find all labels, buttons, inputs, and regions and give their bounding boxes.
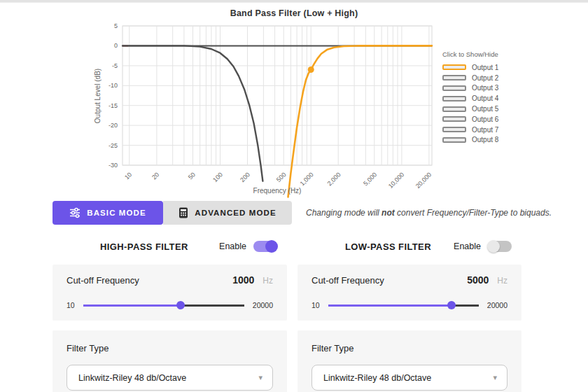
slider-thumb[interactable]: [447, 301, 456, 309]
x-tick-label: 20: [150, 171, 160, 181]
low-pass-enable-toggle[interactable]: [488, 241, 512, 252]
legend-swatch: [442, 75, 466, 80]
basic-mode-label: BASIC MODE: [87, 209, 146, 217]
hp-filter-type-value: Linkwitz-Riley 48 db/Octave: [78, 373, 186, 383]
x-tick-label: 500: [275, 171, 288, 183]
x-tick-label: 10: [123, 171, 133, 181]
hp-cutoff-label: Cut-off Frequency: [66, 275, 139, 286]
lp-cutoff-unit: Hz: [497, 276, 507, 286]
legend-item-output-6[interactable]: Output 6: [442, 114, 498, 125]
legend-item-label: Output 7: [472, 126, 498, 134]
legend-item-label: Output 8: [472, 136, 498, 144]
y-tick-label: -10: [108, 82, 118, 89]
legend-item-label: Output 5: [472, 105, 498, 113]
legend-item-output-1[interactable]: Output 1: [442, 62, 498, 73]
high-pass-enable-label: Enable: [219, 241, 246, 251]
legend-swatch: [442, 64, 466, 70]
hp-filter-type-label: Filter Type: [66, 343, 273, 354]
toggle-knob: [487, 240, 500, 253]
low-pass-filter-type-card: Filter Type Linkwitz-Riley 48 db/Octave …: [298, 330, 522, 392]
legend-item-output-5[interactable]: Output 5: [442, 104, 498, 114]
x-axis-title: Frequency (Hz): [253, 187, 302, 195]
high-pass-filter-type-card: Filter Type Linkwitz-Riley 48 db/Octave …: [52, 330, 287, 392]
hp-slider-max: 20000: [253, 301, 273, 309]
high-pass-title: HIGH-PASS FILTER: [100, 241, 188, 252]
legend-title: Click to Show/Hide: [442, 50, 498, 58]
y-tick-label: 0: [114, 42, 118, 49]
lp-slider-min: 10: [312, 301, 320, 309]
advanced-mode-label: ADVANCED MODE: [195, 209, 276, 217]
low-pass-header: LOW-PASS FILTER Enable: [298, 239, 522, 253]
chevron-down-icon: ▾: [493, 373, 497, 382]
lp-cutoff-value: 5000: [467, 274, 489, 286]
legend-swatch: [442, 116, 466, 122]
lp-filter-type-label: Filter Type: [312, 343, 507, 354]
x-tick-label: 100: [211, 171, 224, 183]
lp-cutoff-label: Cut-off Frequency: [312, 275, 384, 286]
x-tick-label: 10,000: [387, 171, 406, 190]
chevron-down-icon: ▾: [258, 373, 262, 382]
mode-toggle-bar: BASIC MODE ADVANCED MODE Changing mode w…: [52, 201, 588, 225]
y-tick-label: 5: [114, 22, 118, 29]
legend-item-label: Output 2: [472, 74, 498, 82]
legend-swatch: [442, 96, 466, 102]
y-tick-label: -25: [108, 142, 118, 149]
basic-mode-button[interactable]: BASIC MODE: [52, 201, 163, 225]
legend-item-output-2[interactable]: Output 2: [442, 73, 498, 83]
legend-swatch: [442, 85, 466, 91]
x-tick-label: 2,000: [326, 171, 342, 187]
hp-slider-min: 10: [66, 301, 75, 309]
chart-canvas[interactable]: 1020501002005001,0002,0005,00010,00020,0…: [0, 3, 588, 201]
y-tick-label: -20: [108, 122, 118, 129]
cutoff-row: Cut-off Frequency 1000 Hz 10 20000 Cut-o…: [52, 265, 588, 321]
slider-thumb[interactable]: [176, 301, 185, 309]
high-pass-header: HIGH-PASS FILTER Enable: [52, 239, 287, 253]
low-pass-enable-label: Enable: [454, 241, 481, 251]
legend-swatch: [442, 127, 466, 132]
calculator-icon: [178, 207, 188, 218]
hp-filter-type-dropdown[interactable]: Linkwitz-Riley 48 db/Octave ▾: [66, 365, 273, 391]
high-pass-cutoff-card: Cut-off Frequency 1000 Hz 10 20000: [52, 265, 287, 321]
y-tick-label: -5: [112, 62, 118, 69]
lp-cutoff-slider[interactable]: [328, 301, 479, 309]
legend-item-output-8[interactable]: Output 8: [442, 135, 498, 146]
advanced-mode-button[interactable]: ADVANCED MODE: [163, 201, 292, 225]
lp-filter-type-value: Linkwitz-Riley 48 db/Octave: [323, 373, 431, 383]
legend-item-output-4[interactable]: Output 4: [442, 93, 498, 104]
y-tick-label: -30: [108, 162, 118, 169]
lp-slider-max: 20000: [487, 301, 507, 309]
toggle-knob: [265, 240, 278, 253]
slider-fill: [83, 304, 181, 307]
x-tick-label: 5,000: [362, 171, 378, 187]
x-tick-label: 1,000: [299, 171, 315, 187]
legend-item-label: Output 3: [472, 84, 498, 92]
y-tick-label: -15: [108, 102, 118, 109]
legend-item-label: Output 1: [472, 64, 498, 71]
chart-section: Band Pass Filter (Low + High) 1020501002…: [0, 3, 588, 201]
x-tick-label: 20,000: [414, 171, 433, 190]
plot-border: [122, 26, 432, 165]
lp-filter-type-dropdown[interactable]: Linkwitz-Riley 48 db/Octave ▾: [312, 365, 507, 391]
legend-swatch: [442, 137, 466, 143]
high-pass-enable-toggle[interactable]: [253, 241, 277, 252]
filter-type-row: Filter Type Linkwitz-Riley 48 db/Octave …: [52, 330, 588, 392]
filter-headers-row: HIGH-PASS FILTER Enable LOW-PASS FILTER …: [52, 225, 588, 253]
x-tick-label: 200: [239, 171, 251, 183]
chart-legend: Click to Show/Hide Output 1Output 2Outpu…: [442, 50, 498, 145]
sliders-icon: [69, 207, 80, 218]
mode-change-note: Changing mode will not convert Frequency…: [306, 208, 552, 218]
low-pass-cutoff-card: Cut-off Frequency 5000 Hz 10 20000: [298, 265, 522, 321]
cutoff-marker[interactable]: [308, 66, 314, 73]
slider-fill: [328, 304, 451, 307]
legend-item-output-3[interactable]: Output 3: [442, 83, 498, 94]
hp-cutoff-value: 1000: [232, 274, 254, 286]
legend-swatch: [442, 106, 466, 112]
x-tick-label: 50: [187, 171, 197, 181]
legend-item-label: Output 4: [472, 94, 498, 102]
legend-item-label: Output 6: [472, 115, 498, 123]
y-axis-title: Output Level (dB): [94, 69, 102, 123]
low-pass-title: LOW-PASS FILTER: [345, 241, 431, 252]
hp-cutoff-slider[interactable]: [83, 301, 244, 309]
legend-item-output-7[interactable]: Output 7: [442, 125, 498, 135]
hp-cutoff-unit: Hz: [262, 276, 273, 286]
